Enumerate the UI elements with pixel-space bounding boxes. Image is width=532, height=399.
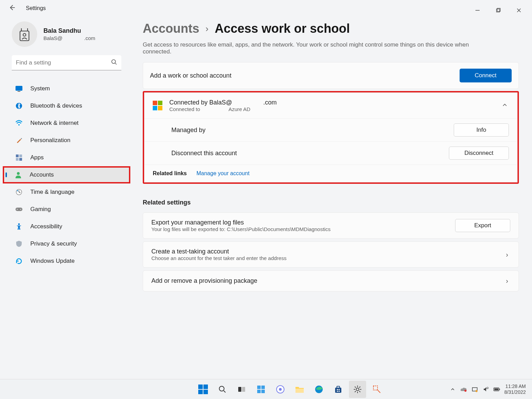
profile-email: BalaS@ .com bbox=[43, 35, 95, 41]
sidebar-item-label: Accessibility bbox=[30, 223, 62, 230]
svg-rect-41 bbox=[337, 389, 338, 390]
clock-time: 11:28 AM bbox=[504, 383, 526, 389]
close-button[interactable] bbox=[512, 4, 526, 17]
sidebar-item-accessibility[interactable]: Accessibility bbox=[5, 218, 128, 235]
search-box[interactable] bbox=[12, 55, 121, 70]
chevron-right-icon: › bbox=[506, 251, 510, 259]
profile-block[interactable]: Bala Sandhu BalaS@ .com bbox=[3, 21, 130, 55]
svg-line-9 bbox=[115, 63, 117, 64]
back-button[interactable] bbox=[9, 4, 16, 12]
taskbar-widgets[interactable] bbox=[252, 381, 270, 398]
taskbar-start[interactable] bbox=[194, 381, 212, 398]
svg-point-26 bbox=[18, 223, 20, 225]
connect-button[interactable]: Connect bbox=[460, 69, 512, 82]
taskbar-snip[interactable] bbox=[368, 381, 385, 398]
info-button[interactable]: Info bbox=[454, 123, 509, 137]
maximize-button[interactable] bbox=[491, 4, 505, 17]
svg-point-50 bbox=[475, 390, 478, 392]
sidebar-item-label: Privacy & security bbox=[30, 240, 77, 247]
svg-rect-32 bbox=[261, 386, 265, 389]
manage-account-link[interactable]: Manage your account bbox=[197, 170, 250, 177]
svg-point-8 bbox=[112, 60, 116, 63]
svg-rect-29 bbox=[238, 387, 241, 392]
microsoft-logo-icon bbox=[153, 101, 162, 110]
related-settings-heading: Related settings bbox=[143, 199, 519, 206]
svg-rect-54 bbox=[494, 388, 498, 390]
svg-rect-30 bbox=[242, 387, 245, 392]
svg-rect-10 bbox=[16, 86, 22, 91]
tray-audio-icon[interactable] bbox=[482, 386, 489, 393]
svg-rect-39 bbox=[335, 388, 341, 393]
provisioning-row[interactable]: Add or remove a provisioning package › bbox=[143, 270, 519, 291]
search-icon bbox=[111, 59, 117, 67]
sidebar-item-system[interactable]: System bbox=[5, 80, 128, 97]
tray-updates-icon[interactable] bbox=[471, 386, 478, 393]
sidebar-item-privacy[interactable]: Privacy & security bbox=[5, 235, 128, 252]
update-icon bbox=[15, 257, 23, 265]
brush-icon bbox=[15, 137, 23, 144]
svg-rect-43 bbox=[337, 391, 338, 392]
export-logs-subtitle: Your log files will be exported to: C:\U… bbox=[151, 226, 331, 232]
svg-point-18 bbox=[17, 172, 20, 175]
taskbar-settings[interactable] bbox=[349, 381, 366, 398]
taskbar-explorer[interactable] bbox=[291, 381, 308, 398]
sidebar-item-network[interactable]: Network & internet bbox=[5, 114, 128, 132]
svg-rect-46 bbox=[373, 386, 378, 390]
wifi-icon bbox=[15, 119, 23, 127]
taskbar-teams[interactable] bbox=[272, 381, 289, 398]
taskbar-clock[interactable]: 11:28 AM 8/31/2022 bbox=[504, 383, 526, 395]
sidebar-item-personalization[interactable]: Personalization bbox=[5, 132, 128, 149]
avatar bbox=[12, 21, 37, 47]
export-button[interactable]: Export bbox=[455, 219, 510, 232]
svg-rect-1 bbox=[496, 9, 500, 12]
test-account-row[interactable]: Create a test-taking account Choose an a… bbox=[143, 241, 519, 268]
tray-battery-icon[interactable] bbox=[493, 386, 500, 393]
chevron-up-icon bbox=[502, 102, 508, 109]
sidebar-item-update[interactable]: Windows Update bbox=[5, 252, 128, 270]
taskbar-taskview[interactable] bbox=[233, 381, 250, 398]
svg-point-22 bbox=[17, 190, 18, 191]
sidebar-item-time[interactable]: Time & language bbox=[5, 183, 128, 201]
search-input[interactable] bbox=[16, 59, 111, 66]
connected-account-title: Connected by BalaS@ .com bbox=[169, 99, 277, 106]
sidebar-item-apps[interactable]: Apps bbox=[5, 149, 128, 166]
accessibility-icon bbox=[15, 223, 23, 230]
connected-account-subtitle: Connected to Azure AD bbox=[169, 106, 277, 112]
svg-rect-33 bbox=[257, 390, 261, 393]
sidebar-item-label: Apps bbox=[30, 154, 44, 161]
sidebar-item-label: Windows Update bbox=[30, 258, 75, 265]
sidebar-item-bluetooth[interactable]: Bluetooth & devices bbox=[5, 97, 128, 114]
disconnect-label: Disconnect this account bbox=[171, 150, 237, 157]
breadcrumb-root[interactable]: Accounts bbox=[143, 21, 199, 36]
svg-line-47 bbox=[378, 390, 380, 393]
svg-rect-37 bbox=[295, 389, 304, 393]
tray-chevron-icon[interactable] bbox=[449, 386, 456, 393]
connected-account-header[interactable]: Connected by BalaS@ .com Connected to Az… bbox=[144, 93, 517, 119]
sidebar-item-label: Bluetooth & devices bbox=[30, 102, 82, 109]
taskbar-search[interactable] bbox=[214, 381, 231, 398]
sidebar-item-gaming[interactable]: Gaming bbox=[5, 201, 128, 218]
export-logs-title: Export your management log files bbox=[151, 219, 331, 226]
taskbar-store[interactable] bbox=[330, 381, 347, 398]
shield-icon bbox=[15, 240, 23, 248]
minimize-button[interactable] bbox=[471, 4, 484, 17]
svg-rect-23 bbox=[16, 208, 22, 211]
svg-point-25 bbox=[20, 209, 21, 210]
sidebar-item-label: Time & language bbox=[30, 189, 74, 196]
bluetooth-icon bbox=[15, 102, 23, 110]
chevron-right-icon: › bbox=[205, 23, 209, 34]
window-title: Settings bbox=[26, 5, 46, 11]
svg-rect-55 bbox=[499, 389, 500, 390]
svg-point-48 bbox=[464, 390, 466, 392]
svg-point-7 bbox=[23, 33, 26, 36]
clock-date: 8/31/2022 bbox=[504, 389, 526, 395]
svg-rect-44 bbox=[339, 391, 340, 392]
disconnect-button[interactable]: Disconnect bbox=[449, 147, 509, 160]
sidebar-item-accounts[interactable]: Accounts bbox=[3, 166, 130, 183]
taskbar-edge[interactable] bbox=[310, 381, 328, 398]
tray-onedrive-icon[interactable] bbox=[460, 386, 467, 393]
page-description: Get access to resources like email, apps… bbox=[143, 41, 494, 55]
sidebar-item-label: Accounts bbox=[30, 171, 54, 178]
svg-rect-31 bbox=[257, 386, 261, 389]
gamepad-icon bbox=[15, 206, 23, 213]
